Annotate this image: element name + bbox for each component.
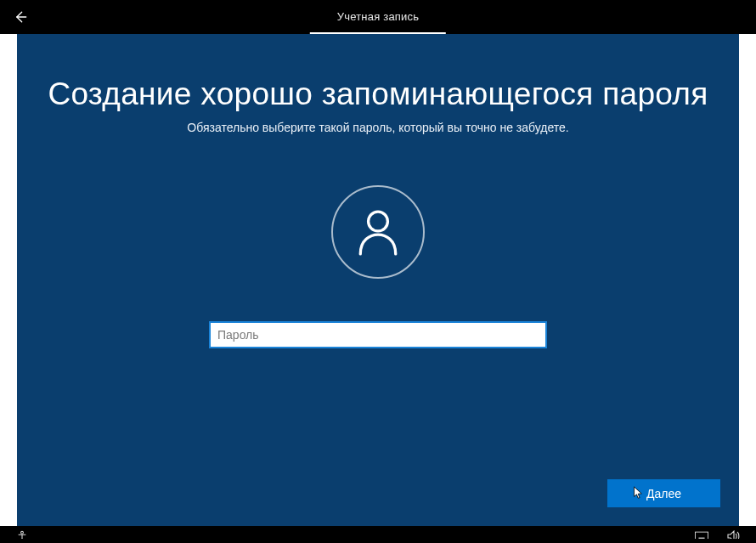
svg-point-2 [21,531,24,534]
arrow-left-icon [12,8,29,25]
page-title: Создание хорошо запоминающегося пароля [48,76,708,112]
tab-account-label: Учетная запись [337,10,419,23]
header-tab-wrap: Учетная запись [310,0,446,34]
task-bar [0,526,756,543]
back-button[interactable] [0,0,41,34]
oobe-window: Учетная запись Создание хорошо запоминаю… [0,0,756,543]
cursor-icon [633,486,643,502]
user-icon [356,208,400,256]
avatar [331,185,425,279]
title-bar: Учетная запись [0,0,756,34]
main-panel: Создание хорошо запоминающегося пароля О… [17,34,739,526]
next-button-label: Далее [646,487,681,501]
page-subtitle: Обязательно выберите такой пароль, котор… [187,121,568,134]
next-button[interactable]: Далее [607,479,720,507]
svg-point-1 [369,212,388,231]
content-area: Создание хорошо запоминающегося пароля О… [17,76,739,348]
keyboard-icon[interactable] [695,530,708,539]
volume-icon[interactable] [727,530,741,539]
tab-account[interactable]: Учетная запись [310,0,446,34]
password-input[interactable] [209,321,547,348]
ease-of-access-icon[interactable] [15,530,29,539]
